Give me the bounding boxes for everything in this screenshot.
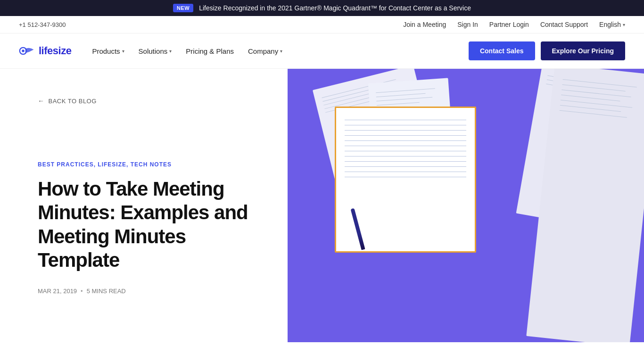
nav-right: Contact Sales Explore Our Pricing	[469, 41, 625, 60]
left-content: ← BACK TO BLOG BEST PRACTICES, LIFESIZE,…	[0, 69, 288, 342]
logo[interactable]: lifesize	[19, 44, 71, 58]
nav-links: Products ▾ Solutions ▾ Pricing & Plans C…	[86, 43, 288, 59]
content-area: ← BACK TO BLOG BEST PRACTICES, LIFESIZE,…	[0, 69, 644, 342]
paper-stack	[288, 69, 644, 342]
join-meeting-link[interactable]: Join a Meeting	[403, 21, 446, 28]
language-chevron-icon: ▾	[623, 22, 625, 27]
nav-company-label: Company	[248, 47, 278, 55]
language-label: English	[599, 21, 621, 28]
back-link-label: BACK TO BLOG	[49, 98, 97, 105]
phone-number: +1 512-347-9300	[19, 21, 66, 28]
back-to-blog-link[interactable]: ← BACK TO BLOG	[38, 97, 259, 105]
top-nav: +1 512-347-9300 Join a Meeting Sign In P…	[0, 16, 644, 33]
nav-pricing-label: Pricing & Plans	[186, 47, 234, 55]
language-selector[interactable]: English ▾	[599, 21, 625, 28]
article-categories: BEST PRACTICES, LIFESIZE, TECH NOTES	[38, 161, 259, 168]
solutions-chevron-icon: ▾	[169, 49, 172, 54]
nav-company[interactable]: Company ▾	[242, 43, 288, 59]
article-title: How to Take Meeting Minutes: Examples an…	[38, 177, 259, 272]
announcement-bar: NEW Lifesize Recognized in the 2021 Gart…	[0, 0, 644, 16]
new-badge: NEW	[173, 4, 193, 12]
sign-in-link[interactable]: Sign In	[457, 21, 478, 28]
article-meta: MAR 21, 2019 • 5 MINS READ	[38, 288, 259, 295]
explore-pricing-button[interactable]: Explore Our Pricing	[541, 41, 625, 60]
paper-scene	[288, 69, 644, 342]
hero-image	[288, 69, 644, 342]
contact-sales-button[interactable]: Contact Sales	[469, 41, 535, 60]
partner-login-link[interactable]: Partner Login	[489, 21, 529, 28]
svg-point-1	[22, 49, 24, 52]
logo-text: lifesize	[39, 45, 71, 57]
meta-separator: •	[81, 288, 83, 295]
nav-products-label: Products	[92, 47, 120, 55]
article-read-time: 5 MINS READ	[87, 288, 126, 295]
logo-icon	[19, 44, 36, 58]
announcement-text: Lifesize Recognized in the 2021 Gartner®…	[199, 4, 471, 12]
top-nav-links: Join a Meeting Sign In Partner Login Con…	[403, 21, 625, 28]
nav-left: lifesize Products ▾ Solutions ▾ Pricing …	[19, 43, 288, 59]
nav-solutions[interactable]: Solutions ▾	[133, 43, 178, 59]
products-chevron-icon: ▾	[122, 49, 124, 54]
nav-pricing[interactable]: Pricing & Plans	[180, 43, 239, 59]
article-date: MAR 21, 2019	[38, 288, 77, 295]
nav-products[interactable]: Products ▾	[86, 43, 130, 59]
main-nav: lifesize Products ▾ Solutions ▾ Pricing …	[0, 33, 644, 69]
company-chevron-icon: ▾	[280, 49, 282, 54]
nav-solutions-label: Solutions	[139, 47, 168, 55]
contact-support-link[interactable]: Contact Support	[540, 21, 588, 28]
back-arrow-icon: ←	[38, 97, 45, 105]
